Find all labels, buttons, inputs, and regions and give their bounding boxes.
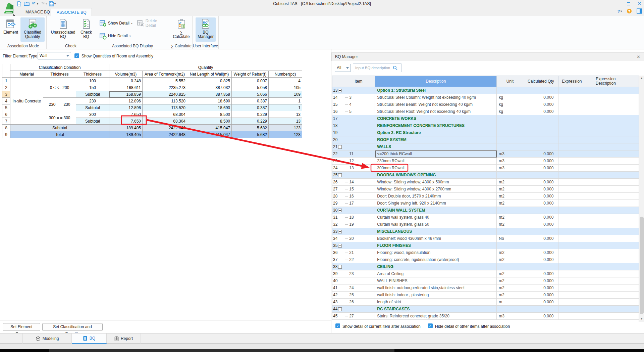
- bq-cell-expression-description[interactable]: [585, 284, 626, 292]
- bq-column-header-expression[interactable]: Expression: [558, 76, 585, 87]
- qty-cell-thickness[interactable]: Subtotal: [76, 118, 109, 125]
- bq-cell-description[interactable]: Area of Ceiling: [375, 270, 497, 277]
- qty-cell-net-length[interactable]: 387.858: [187, 91, 232, 98]
- bq-cell-calculated-qty[interactable]: [523, 136, 558, 143]
- bq-cell-calculated-qty[interactable]: 0.000: [523, 292, 558, 299]
- bq-cell-item[interactable]: 14: [342, 179, 375, 186]
- bq-cell-expression-description[interactable]: [585, 158, 626, 165]
- bq-cell-unit[interactable]: [497, 172, 523, 179]
- bq-cell-unit[interactable]: m2: [497, 186, 523, 193]
- bq-cell-item[interactable]: [342, 263, 375, 270]
- bq-row-30[interactable]: 30CURTAIN WALL SYSTEM: [332, 207, 641, 214]
- show-detail-current-checkbox[interactable]: ✓: [335, 323, 340, 328]
- bq-row-number[interactable]: 13: [332, 87, 342, 94]
- tab-associate-bq[interactable]: ASSOCIATE BQ: [51, 8, 92, 16]
- qty-cell-thickness[interactable]: Subtotal: [76, 104, 109, 111]
- bq-cell-item[interactable]: 21: [342, 249, 375, 256]
- bq-cell-calculated-qty[interactable]: [523, 242, 558, 249]
- bq-cell-unit[interactable]: m2: [497, 292, 523, 299]
- bq-cell-calculated-qty[interactable]: 0.000: [523, 284, 558, 292]
- qty-cell-volume[interactable]: 189.405: [109, 131, 143, 138]
- bq-cell-description[interactable]: Flooring: wood, rigidinsulation: [375, 249, 497, 256]
- bq-row-32[interactable]: 3219Curtain wall system, glass 50m20.000: [332, 221, 641, 228]
- bq-cell-expression[interactable]: [558, 172, 585, 179]
- bq-cell-description[interactable]: RC STAIRCASES: [375, 306, 497, 313]
- bq-cell-expression[interactable]: [558, 200, 585, 207]
- bq-cell-description[interactable]: CONCRETE WORKS: [375, 115, 497, 122]
- bq-row-number[interactable]: 36: [332, 249, 342, 256]
- qty-row-number[interactable]: 6: [2, 111, 10, 118]
- bq-cell-expression[interactable]: [558, 87, 585, 94]
- bq-column-header-unit[interactable]: Unit: [497, 76, 523, 87]
- bq-row-19[interactable]: 19Option 2: RC Structure: [332, 129, 641, 136]
- bq-cell-description[interactable]: REINFORCEMENT CONCRETE STRUCTURES: [375, 122, 497, 129]
- bq-cell-calculated-qty[interactable]: 0.000: [523, 313, 558, 320]
- bq-row-36[interactable]: 3621Flooring: wood, rigidinsulationm20.0…: [332, 249, 641, 256]
- bq-row-31[interactable]: 3118Curtain wall system, glass 40m20.000: [332, 214, 641, 221]
- qty-cell-formwork[interactable]: 68.304: [143, 118, 187, 125]
- qty-cell-net-length[interactable]: 415.047: [187, 131, 232, 138]
- bq-row-27[interactable]: 2715Window: Sliding window, 4300 x 2700m…: [332, 186, 641, 193]
- qty-row-number[interactable]: 9: [2, 131, 10, 138]
- bq-cell-expression-description[interactable]: [585, 108, 626, 115]
- bq-cell-expression[interactable]: [558, 284, 585, 292]
- qty-cell-number[interactable]: 13: [269, 111, 302, 118]
- bq-cell-expression-description[interactable]: [585, 94, 626, 101]
- bq-cell-calculated-qty[interactable]: 0.000: [523, 270, 558, 277]
- bq-cell-calculated-qty[interactable]: 0.000: [523, 235, 558, 242]
- bq-cell-unit[interactable]: [497, 143, 523, 150]
- bq-row-34[interactable]: 3420Bookshelf: wood 4360mm x 467mmNo0.00…: [332, 235, 641, 242]
- bq-row-number[interactable]: 45: [332, 313, 342, 320]
- bq-cell-description[interactable]: Door: Double door, 1570 x 2140mm: [375, 193, 497, 200]
- bq-row-13[interactable]: 13Option 1: Structural Steel: [332, 87, 641, 94]
- qty-row-number[interactable]: 8: [2, 125, 10, 131]
- bq-cell-unit[interactable]: m3: [497, 150, 523, 158]
- bq-cell-expression[interactable]: [558, 277, 585, 284]
- bq-row-number[interactable]: 34: [332, 235, 342, 242]
- qty-cell-formwork[interactable]: 5.552: [143, 78, 187, 84]
- bq-cell-item[interactable]: 19: [342, 221, 375, 228]
- bq-row-44[interactable]: 44RC STAIRCASES: [332, 306, 641, 313]
- bq-row-21[interactable]: 21WALLS: [332, 143, 641, 150]
- bq-cell-expression[interactable]: [558, 299, 585, 306]
- bq-cell-expression[interactable]: [558, 186, 585, 193]
- bq-cell-expression-description[interactable]: [585, 172, 626, 179]
- bq-column-header-calculated-qty[interactable]: Calculated Qty: [523, 76, 558, 87]
- qty-cell-volume[interactable]: 7.650: [109, 111, 143, 118]
- scrollbar-down-icon[interactable]: ▼: [639, 316, 644, 322]
- bq-cell-expression[interactable]: [558, 313, 585, 320]
- qty-cell-volume[interactable]: 168.859: [109, 91, 143, 98]
- bq-cell-expression-description[interactable]: [585, 165, 626, 172]
- bq-cell-unit[interactable]: [497, 87, 523, 94]
- qty-cell-formwork[interactable]: 113.520: [143, 98, 187, 104]
- qty-cell-net-length[interactable]: 8.500: [187, 118, 232, 125]
- help-button[interactable]: ?▾: [618, 9, 622, 14]
- unassociated-bq-button[interactable]: Unassociated BQ: [48, 17, 78, 42]
- bq-cell-unit[interactable]: kg: [497, 94, 523, 101]
- bq-scrollbar[interactable]: ▲ ▼: [639, 76, 644, 322]
- bq-row-14[interactable]: 143Structural Steel Column: Weight not e…: [332, 94, 641, 101]
- qty-cell-net-length[interactable]: 387.032: [187, 84, 232, 91]
- bq-cell-description[interactable]: Option 1: Structural Steel: [375, 87, 497, 94]
- bq-cell-description[interactable]: DOORS& WINDOWS OPENING: [375, 172, 497, 179]
- bq-cell-calculated-qty[interactable]: 0.000: [523, 256, 558, 263]
- bq-cell-item[interactable]: 16: [342, 193, 375, 200]
- bq-row-number[interactable]: 42: [332, 292, 342, 299]
- qty-cell-net-length[interactable]: 8.500: [187, 111, 232, 118]
- qty-cell-rebar[interactable]: 0.229: [232, 118, 269, 125]
- qty-row-number[interactable]: 3: [2, 91, 10, 98]
- qty-cell-volume[interactable]: 168.611: [109, 84, 143, 91]
- bq-cell-item[interactable]: [342, 122, 375, 129]
- qty-cell-volume[interactable]: 189.405: [109, 125, 143, 131]
- bq-row-23[interactable]: 2312230mm RCwallm30.000: [332, 158, 641, 165]
- bq-cell-expression-description[interactable]: [585, 249, 626, 256]
- bq-row-number[interactable]: 28: [332, 193, 342, 200]
- qty-cell-rebar[interactable]: 0.387: [232, 104, 269, 111]
- bq-cell-calculated-qty[interactable]: 0.000: [523, 186, 558, 193]
- bq-cell-item[interactable]: 11: [342, 150, 375, 158]
- bq-cell-item[interactable]: [342, 207, 375, 214]
- tab-report[interactable]: Report: [107, 334, 141, 344]
- bq-cell-expression[interactable]: [558, 306, 585, 313]
- bq-cell-unit[interactable]: [497, 242, 523, 249]
- bq-cell-calculated-qty[interactable]: 0.000: [523, 150, 558, 158]
